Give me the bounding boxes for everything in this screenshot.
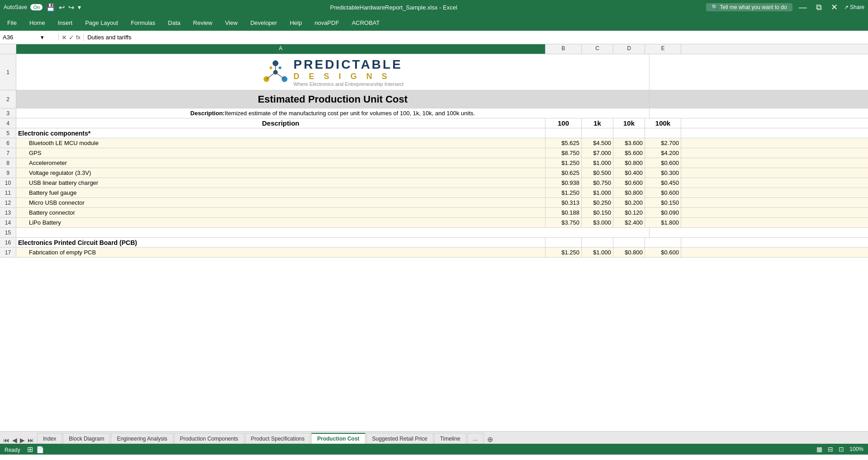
tab-engineering-analysis[interactable]: Engineering Analysis <box>111 433 173 444</box>
col-header-b[interactable]: B <box>545 44 582 54</box>
cell-reference-box[interactable]: ▾ <box>0 34 59 41</box>
col-header-d[interactable]: D <box>613 44 645 54</box>
cell-a11[interactable]: Battery fuel gauge <box>16 188 545 197</box>
ribbon-page-layout[interactable]: Page Layout <box>80 18 123 28</box>
page-break-icon[interactable]: ⊟ <box>828 446 833 453</box>
cell-d7[interactable]: $5.600 <box>613 148 645 158</box>
cell-d4-header[interactable]: 10k <box>613 118 645 128</box>
cell-b17[interactable]: $1.250 <box>545 248 582 257</box>
cell-b10[interactable]: $0.938 <box>545 178 582 188</box>
cell-a13[interactable]: Battery connector <box>16 208 545 217</box>
ribbon-help[interactable]: Help <box>285 18 308 28</box>
ribbon-file[interactable]: File <box>2 18 22 28</box>
tab-production-cost[interactable]: Production Cost <box>311 433 365 444</box>
cell-e10[interactable]: $0.450 <box>645 178 681 188</box>
cell-c11[interactable]: $1.000 <box>582 188 613 197</box>
cell-a10[interactable]: USB linear battery charger <box>16 178 545 188</box>
cell-ref-dropdown-icon[interactable]: ▾ <box>41 34 44 41</box>
tab-prev-btn[interactable]: ◀ <box>11 437 19 444</box>
cell-b8[interactable]: $1.250 <box>545 158 582 168</box>
ribbon-developer[interactable]: Developer <box>245 18 282 28</box>
cell-c9[interactable]: $0.500 <box>582 168 613 178</box>
ribbon-view[interactable]: View <box>219 18 243 28</box>
page-layout-icon[interactable]: 📄 <box>36 446 44 453</box>
cell-e7[interactable]: $4.200 <box>645 148 681 158</box>
cell-a4-header[interactable]: Description <box>16 118 545 128</box>
cell-a17[interactable]: Fabrication of empty PCB <box>16 248 545 257</box>
cell-d9[interactable]: $0.400 <box>613 168 645 178</box>
cell-b4-header[interactable]: 100 <box>545 118 582 128</box>
cell-a8[interactable]: Accelerometer <box>16 158 545 168</box>
cell-c12[interactable]: $0.250 <box>582 198 613 207</box>
cell-a9[interactable]: Voltage regulator (3.3V) <box>16 168 545 178</box>
ribbon-home[interactable]: Home <box>24 18 51 28</box>
ribbon-acrobat[interactable]: ACROBAT <box>346 18 385 28</box>
redo-icon[interactable]: ↪ <box>68 3 74 12</box>
cell-b11[interactable]: $1.250 <box>545 188 582 197</box>
cell-e9[interactable]: $0.300 <box>645 168 681 178</box>
share-button[interactable]: ↗ Share <box>844 4 864 10</box>
cell-b14[interactable]: $3.750 <box>545 218 582 227</box>
undo-icon[interactable]: ↩ <box>59 3 65 12</box>
tab-block-diagram[interactable]: Block Diagram <box>63 433 110 444</box>
page-view-icon[interactable]: ⊡ <box>839 446 844 453</box>
cell-a14[interactable]: LiPo Battery <box>16 218 545 227</box>
cell-a16[interactable]: Electronics Printed Circuit Board (PCB) <box>16 238 545 247</box>
cell-e14[interactable]: $1.800 <box>645 218 681 227</box>
cell-a6[interactable]: Bluetooth LE MCU module <box>16 138 545 148</box>
tab-production-components[interactable]: Production Components <box>174 433 244 444</box>
cell-c13[interactable]: $0.150 <box>582 208 613 217</box>
col-header-a[interactable]: A <box>16 44 545 54</box>
cell-e4-header[interactable]: 100k <box>645 118 681 128</box>
normal-icon[interactable]: ▦ <box>816 446 822 453</box>
cell-c17[interactable]: $1.000 <box>582 248 613 257</box>
cell-d17[interactable]: $0.800 <box>613 248 645 257</box>
tab-add-button[interactable]: ⊕ <box>484 435 496 444</box>
cell-d10[interactable]: $0.600 <box>613 178 645 188</box>
cell-d14[interactable]: $2.400 <box>613 218 645 227</box>
cell-c14[interactable]: $3.000 <box>582 218 613 227</box>
cell-c7[interactable]: $7.000 <box>582 148 613 158</box>
cell-d8[interactable]: $0.800 <box>613 158 645 168</box>
cell-b12[interactable]: $0.313 <box>545 198 582 207</box>
normal-view-icon[interactable]: ⊞ <box>27 446 33 453</box>
cell-e17[interactable]: $0.600 <box>645 248 681 257</box>
cell-e6[interactable]: $2.700 <box>645 138 681 148</box>
cell-ref-input[interactable] <box>3 34 39 41</box>
cell-d12[interactable]: $0.200 <box>613 198 645 207</box>
ribbon-insert[interactable]: Insert <box>52 18 78 28</box>
ribbon-novapdf[interactable]: novaPDF <box>309 18 344 28</box>
cancel-icon[interactable]: ✕ <box>62 34 67 41</box>
cell-a12[interactable]: Micro USB connector <box>16 198 545 207</box>
insert-function-icon[interactable]: fx <box>76 34 81 41</box>
tab-last-btn[interactable]: ⏭ <box>26 437 35 444</box>
cell-c4-header[interactable]: 1k <box>582 118 613 128</box>
cell-a2[interactable]: Estimated Production Unit Cost <box>16 90 650 108</box>
cell-e13[interactable]: $0.090 <box>645 208 681 217</box>
restore-button[interactable]: ⧉ <box>813 3 825 12</box>
cell-a1[interactable]: PREDICTABLE D E S I G N S Where Electron… <box>16 54 650 90</box>
tab-index[interactable]: Index <box>37 433 62 444</box>
cell-c10[interactable]: $0.750 <box>582 178 613 188</box>
ribbon-data[interactable]: Data <box>162 18 185 28</box>
tab-first-btn[interactable]: ⏮ <box>2 437 11 444</box>
tab-ellipsis[interactable]: ... <box>467 433 484 444</box>
cell-b6[interactable]: $5.625 <box>545 138 582 148</box>
cell-a5[interactable]: Electronic components* <box>16 128 545 138</box>
cell-c8[interactable]: $1.000 <box>582 158 613 168</box>
tab-product-specifications[interactable]: Product Specifications <box>245 433 311 444</box>
formula-input[interactable] <box>84 34 868 41</box>
close-button[interactable]: ✕ <box>828 2 840 12</box>
cell-d13[interactable]: $0.120 <box>613 208 645 217</box>
minimize-button[interactable]: — <box>796 3 810 12</box>
cell-c6[interactable]: $4.500 <box>582 138 613 148</box>
confirm-icon[interactable]: ✓ <box>69 34 74 41</box>
cell-a15[interactable] <box>16 228 650 237</box>
cell-a7[interactable]: GPS <box>16 148 545 158</box>
cell-d6[interactable]: $3.600 <box>613 138 645 148</box>
cell-b9[interactable]: $0.625 <box>545 168 582 178</box>
ribbon-review[interactable]: Review <box>188 18 218 28</box>
search-bar[interactable]: 🔍 Tell me what you want to do <box>706 3 792 11</box>
customize-icon[interactable]: ▾ <box>78 4 81 11</box>
cell-b13[interactable]: $0.188 <box>545 208 582 217</box>
